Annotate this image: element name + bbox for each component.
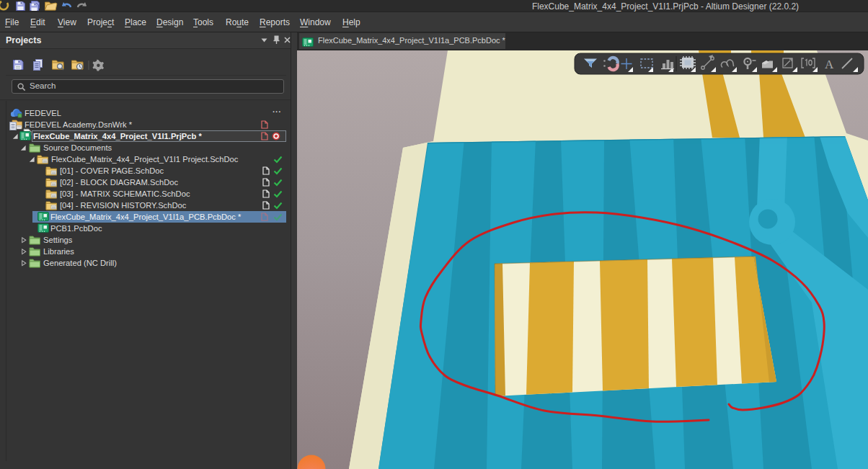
svg-text:A: A	[825, 58, 834, 71]
